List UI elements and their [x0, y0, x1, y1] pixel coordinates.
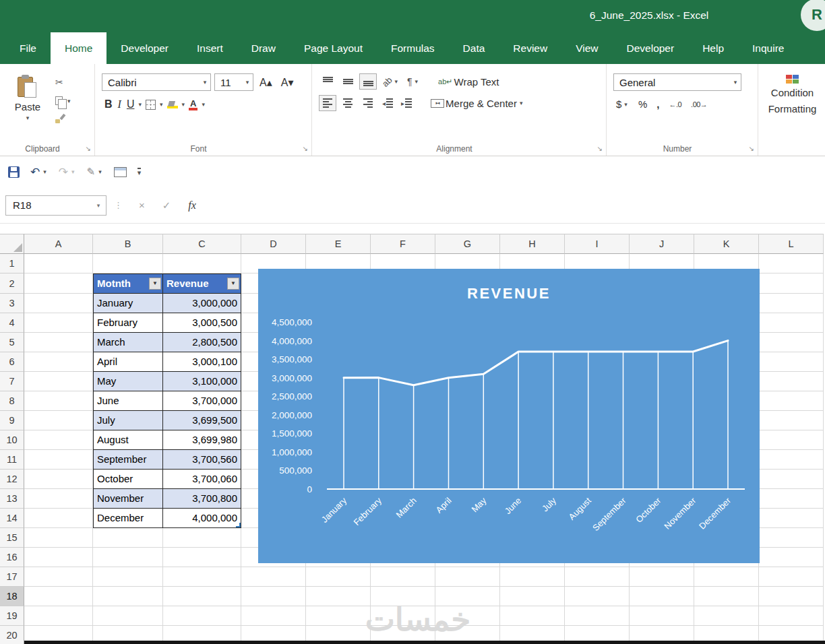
text-direction-button[interactable]: ¶▾	[404, 75, 422, 88]
cell-A8[interactable]	[24, 391, 93, 411]
name-box[interactable]: R18 ▾	[5, 195, 106, 216]
orientation-button[interactable]: ab▾	[379, 75, 402, 88]
cell-A3[interactable]	[24, 294, 93, 313]
comma-format-button[interactable]: ,	[654, 97, 662, 111]
cell-A5[interactable]	[24, 333, 93, 352]
align-bottom-button[interactable]	[359, 73, 377, 90]
cell-L5[interactable]	[759, 333, 824, 352]
row-header-5[interactable]: 5	[0, 333, 24, 352]
column-header-F[interactable]: F	[371, 234, 435, 254]
row-header-2[interactable]: 2	[0, 273, 24, 294]
cell-C17[interactable]	[163, 567, 241, 587]
paste-button[interactable]: Paste ▾	[7, 73, 49, 125]
merge-center-button[interactable]: ▸◂Merge & Center▾	[428, 96, 526, 110]
italic-button[interactable]: I	[115, 97, 124, 112]
cell-L4[interactable]	[759, 313, 824, 333]
align-left-button[interactable]	[319, 95, 336, 111]
increase-decimal-button[interactable]: ←.0	[666, 99, 684, 110]
dialog-launcher-icon[interactable]: ↘	[597, 146, 603, 152]
column-header-L[interactable]: L	[759, 234, 824, 254]
cell-E17[interactable]	[306, 567, 371, 587]
row-header-3[interactable]: 3	[0, 294, 24, 313]
font-color-button[interactable]: A	[186, 98, 200, 112]
cell-A6[interactable]	[24, 352, 93, 372]
column-header-J[interactable]: J	[630, 234, 694, 254]
row-header-1[interactable]: 1	[0, 254, 24, 273]
tab-inquire[interactable]: Inquire	[738, 32, 798, 64]
cancel-entry-icon[interactable]: ×	[139, 199, 145, 211]
cell-D17[interactable]	[241, 567, 306, 587]
row-header-4[interactable]: 4	[0, 313, 24, 333]
cell-I19[interactable]	[565, 606, 630, 626]
cell-C9[interactable]: 3,699,500	[163, 411, 241, 430]
row-header-11[interactable]: 11	[0, 450, 24, 470]
cell-A4[interactable]	[24, 313, 93, 333]
insert-function-icon[interactable]: fx	[188, 199, 196, 212]
dialog-launcher-icon[interactable]: ↘	[749, 146, 754, 152]
cell-A13[interactable]	[24, 489, 93, 509]
cell-H19[interactable]	[500, 606, 565, 626]
cell-B4[interactable]: February	[93, 313, 163, 333]
row-header-14[interactable]: 14	[0, 509, 24, 528]
chevron-down-icon[interactable]: ▾	[158, 101, 164, 108]
cell-C14[interactable]: 4,000,000	[163, 509, 241, 528]
tab-file[interactable]: File	[5, 32, 51, 64]
column-header-D[interactable]: D	[241, 234, 306, 254]
tab-help[interactable]: Help	[688, 32, 738, 64]
cell-B5[interactable]: March	[93, 333, 163, 352]
percent-format-button[interactable]: %	[636, 97, 650, 111]
align-right-button[interactable]	[359, 95, 377, 111]
filter-button[interactable]: ▼	[149, 278, 161, 290]
cell-A19[interactable]	[24, 606, 93, 626]
cell-I17[interactable]	[565, 567, 630, 587]
cell-L14[interactable]	[759, 509, 824, 528]
increase-indent-button[interactable]: ▸	[398, 97, 415, 109]
cell-K19[interactable]	[694, 606, 759, 626]
underline-button[interactable]: U	[124, 97, 138, 112]
cell-L6[interactable]	[759, 352, 824, 372]
increase-font-button[interactable]: A▴	[257, 75, 275, 90]
cell-L9[interactable]	[759, 411, 824, 430]
cell-B16[interactable]	[93, 548, 163, 567]
cell-A12[interactable]	[24, 470, 93, 489]
cell-B1[interactable]	[93, 254, 163, 273]
cell-A15[interactable]	[24, 528, 93, 548]
tab-data[interactable]: Data	[449, 32, 499, 64]
format-painter-button[interactable]	[53, 112, 75, 125]
cell-K18[interactable]	[694, 587, 759, 606]
cell-C7[interactable]: 3,100,000	[163, 372, 241, 391]
currency-format-button[interactable]: $▾	[613, 97, 632, 111]
customize-qat-button[interactable]: ▾	[138, 168, 142, 176]
chevron-down-icon[interactable]: ▾	[181, 101, 187, 108]
cell-C4[interactable]: 3,000,500	[163, 313, 241, 333]
redo-button[interactable]: ↷▾	[59, 165, 76, 179]
cell-B11[interactable]: September	[93, 450, 163, 470]
align-center-button[interactable]	[339, 95, 357, 111]
cell-B12[interactable]: October	[93, 470, 163, 489]
row-header-20[interactable]: 20	[0, 626, 24, 644]
cell-L18[interactable]	[759, 587, 824, 606]
column-header-C[interactable]: C	[163, 234, 241, 254]
conditional-formatting-button[interactable]: Condition Formatting	[765, 73, 820, 117]
cell-A14[interactable]	[24, 509, 93, 528]
cell-L16[interactable]	[759, 548, 824, 567]
column-header-A[interactable]: A	[24, 234, 93, 254]
filter-button[interactable]: ▼	[227, 278, 239, 290]
cell-B2[interactable]: Motnth▼	[93, 273, 163, 294]
cell-A9[interactable]	[24, 411, 93, 430]
cell-L13[interactable]	[759, 489, 824, 509]
row-header-9[interactable]: 9	[0, 411, 24, 430]
tab-review[interactable]: Review	[499, 32, 561, 64]
dialog-launcher-icon[interactable]: ↘	[303, 146, 308, 152]
cell-C6[interactable]: 3,000,100	[163, 352, 241, 372]
cut-button[interactable]: ✂	[53, 75, 75, 89]
cell-A17[interactable]	[24, 567, 93, 587]
cell-L7[interactable]	[759, 372, 824, 391]
font-size-select[interactable]: 11 ▾	[214, 73, 253, 91]
borders-button[interactable]	[143, 98, 158, 111]
cell-C11[interactable]: 3,700,560	[163, 450, 241, 470]
cell-J18[interactable]	[630, 587, 694, 606]
cell-C13[interactable]: 3,700,800	[163, 489, 241, 509]
decrease-decimal-button[interactable]: .00→	[688, 99, 710, 110]
cell-C19[interactable]	[163, 606, 241, 626]
